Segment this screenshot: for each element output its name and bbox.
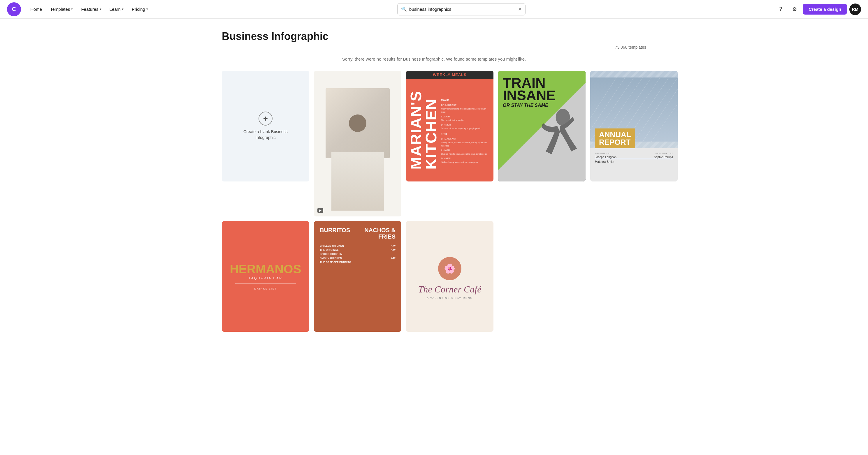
train-template-card[interactable]: TRAININSANE OR STAY THE SAME bbox=[498, 71, 586, 182]
learn-chevron-icon: ▾ bbox=[122, 7, 124, 11]
settings-button[interactable]: ⚙ bbox=[789, 3, 800, 15]
templates-grid: + Create a blank Business Infographic ▶ bbox=[222, 71, 646, 332]
corner-cafe-image: 🌸 bbox=[438, 257, 461, 280]
plus-icon: + bbox=[258, 111, 273, 126]
nav-templates[interactable]: Templates ▾ bbox=[46, 4, 76, 14]
train-text: TRAININSANE OR STAY THE SAME bbox=[503, 76, 556, 108]
avatar[interactable]: RM bbox=[849, 3, 861, 15]
collage-photo-1 bbox=[326, 88, 390, 158]
burritos-row-3: SPICED CHICKEN bbox=[320, 253, 396, 256]
kitchen-template-card[interactable]: WEEKLY MEALS MARIAN'SKITCHEN M/W/F BREAK… bbox=[406, 71, 493, 182]
nav-learn[interactable]: Learn ▾ bbox=[106, 4, 127, 14]
prepared-by-col: PREPARED BY Joseph Langdon Matthew Smith bbox=[595, 152, 616, 164]
help-button[interactable]: ? bbox=[775, 3, 786, 15]
annual-yellow-block: ANNUALREPORT bbox=[595, 128, 635, 148]
corner-subtitle: A VALENTINE'S DAY MENU bbox=[427, 296, 473, 299]
hermanos-menu-title: DRINKS LIST bbox=[254, 287, 277, 290]
blank-card-label: Create a blank Business Infographic bbox=[243, 129, 288, 140]
burritos-item-name-5: THE CAFE-JEF BURRITO bbox=[320, 261, 351, 264]
features-chevron-icon: ▾ bbox=[100, 7, 101, 11]
blank-template-card[interactable]: + Create a blank Business Infographic bbox=[222, 71, 309, 182]
burritos-left-title: BURRITOS bbox=[320, 227, 350, 233]
annual-label: ANNUALREPORT bbox=[599, 131, 631, 146]
page-content: Business Infographic 73,868 templates So… bbox=[213, 19, 655, 344]
collage-inner bbox=[314, 71, 401, 217]
no-results-message: Sorry, there were no results for Busines… bbox=[222, 57, 646, 61]
annual-template-card[interactable]: ANNUALREPORT PREPARED BY Joseph Langdon … bbox=[590, 71, 678, 182]
burritos-row-1: GRILLED CHICKEN 4.50 bbox=[320, 245, 396, 247]
burritos-item-price: 4.50 bbox=[391, 245, 396, 247]
search-input[interactable] bbox=[409, 7, 516, 12]
nav-features[interactable]: Features ▾ bbox=[78, 4, 105, 14]
search-clear-icon[interactable]: ✕ bbox=[518, 6, 522, 12]
hermanos-title: HERMANOS bbox=[230, 263, 301, 275]
nav-actions: ? ⚙ Create a design RM bbox=[775, 3, 861, 15]
template-count: 73,868 templates bbox=[222, 45, 646, 50]
page-title: Business Infographic bbox=[222, 30, 646, 42]
hermanos-template-card[interactable]: HERMANOS TAQUERIA BAR DRINKS LIST bbox=[222, 221, 309, 332]
burritos-item-name: GRILLED CHICKEN bbox=[320, 245, 344, 247]
corner-template-card[interactable]: 🌸 The Corner Café A VALENTINE'S DAY MENU bbox=[406, 221, 493, 332]
create-design-button[interactable]: Create a design bbox=[803, 4, 847, 14]
nav-links: Home Templates ▾ Features ▾ Learn ▾ Pric… bbox=[27, 4, 152, 14]
kitchen-top-bar: WEEKLY MEALS bbox=[406, 71, 493, 79]
nav-home[interactable]: Home bbox=[27, 4, 45, 14]
burritos-header: BURRITOS NACHOS & FRIES bbox=[320, 227, 396, 240]
kitchen-main: MARIAN'SKITCHEN M/W/F BREAKFAST Mushroom… bbox=[406, 79, 493, 182]
navbar: C Home Templates ▾ Features ▾ Learn ▾ Pr… bbox=[0, 0, 868, 19]
search-icon: 🔍 bbox=[401, 6, 407, 12]
hermanos-subtitle: TAQUERIA BAR bbox=[249, 277, 282, 280]
templates-chevron-icon: ▾ bbox=[71, 7, 73, 11]
nav-pricing[interactable]: Pricing ▾ bbox=[128, 4, 152, 14]
burritos-item-name-4: SMOKY CHICKEN bbox=[320, 257, 342, 260]
burritos-row-5: THE CAFE-JEF BURRITO bbox=[320, 261, 396, 264]
burritos-item-name-2: THE ORIGINAL bbox=[320, 249, 339, 251]
play-icon: ▶ bbox=[319, 208, 321, 213]
burritos-item-price-4: 7.50 bbox=[391, 257, 396, 260]
corner-title: The Corner Café bbox=[418, 284, 482, 295]
settings-icon: ⚙ bbox=[792, 6, 797, 12]
kitchen-title: MARIAN'SKITCHEN bbox=[408, 91, 439, 169]
annual-divider-line bbox=[595, 159, 673, 159]
pricing-chevron-icon: ▾ bbox=[146, 7, 148, 11]
annual-footer: PREPARED BY Joseph Langdon Matthew Smith… bbox=[590, 148, 678, 168]
burritos-right-title: NACHOS & FRIES bbox=[350, 227, 396, 240]
burritos-item-name-3: SPICED CHICKEN bbox=[320, 253, 342, 256]
help-icon: ? bbox=[779, 6, 782, 12]
bowl-image bbox=[326, 88, 390, 158]
burritos-row-4: SMOKY CHICKEN 7.50 bbox=[320, 257, 396, 260]
burritos-template-card[interactable]: BURRITOS NACHOS & FRIES GRILLED CHICKEN … bbox=[314, 221, 401, 332]
train-headline: TRAININSANE bbox=[503, 76, 556, 102]
kitchen-menu: M/W/F BREAKFAST Mushroom omelette, fresh… bbox=[439, 94, 491, 166]
plant-image bbox=[332, 152, 384, 210]
burritos-row-2: THE ORIGINAL 4.50 bbox=[320, 249, 396, 251]
collage-template-card[interactable]: ▶ bbox=[314, 71, 401, 217]
presented-by-col: PRESENTED BY Sophie Phillips bbox=[654, 152, 673, 164]
burritos-item-price-2: 4.50 bbox=[391, 249, 396, 251]
collage-photo-2 bbox=[332, 152, 384, 210]
search-bar: 🔍 ✕ bbox=[397, 3, 526, 15]
canva-logo[interactable]: C bbox=[7, 2, 21, 16]
video-indicator: ▶ bbox=[317, 208, 323, 213]
train-subtext: OR STAY THE SAME bbox=[503, 103, 556, 108]
